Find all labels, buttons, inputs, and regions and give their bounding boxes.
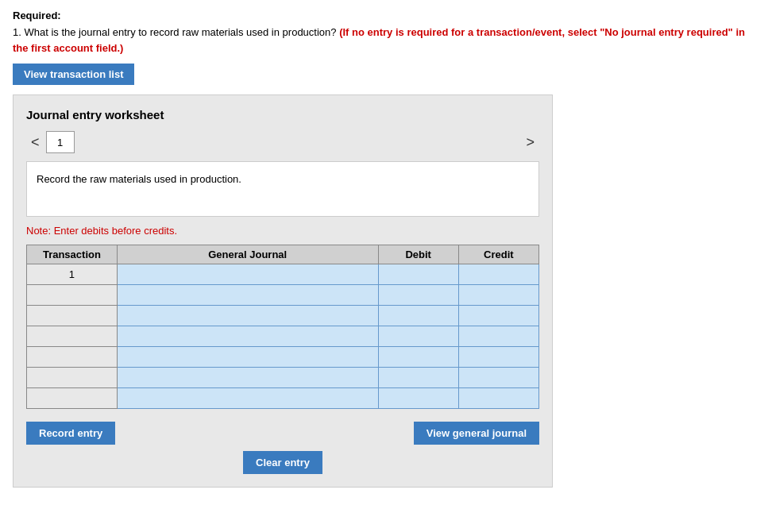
general-journal-input[interactable] — [121, 353, 375, 364]
general-journal-input[interactable] — [121, 373, 375, 384]
credit-cell[interactable] — [458, 368, 538, 388]
view-transaction-button[interactable]: View transaction list — [13, 64, 134, 85]
transaction-cell — [27, 388, 118, 409]
general-journal-cell[interactable] — [117, 388, 378, 409]
journal-table: Transaction General Journal Debit Credit… — [26, 245, 539, 409]
credit-cell[interactable] — [458, 264, 538, 285]
transaction-cell: 1 — [27, 264, 118, 285]
credit-cell[interactable] — [458, 306, 538, 326]
debit-cell[interactable] — [378, 368, 458, 388]
header-general-journal: General Journal — [117, 245, 378, 264]
credit-cell[interactable] — [458, 326, 538, 347]
table-row — [27, 368, 539, 388]
transaction-cell — [27, 347, 118, 368]
general-journal-cell[interactable] — [117, 264, 378, 285]
general-journal-input[interactable] — [121, 394, 375, 405]
debit-cell[interactable] — [378, 306, 458, 326]
next-page-button[interactable]: > — [521, 133, 539, 152]
table-row — [27, 326, 539, 347]
navigation-row: < > — [26, 131, 539, 153]
question-text: 1. What is the journal entry to record r… — [13, 25, 759, 56]
debit-cell[interactable] — [378, 388, 458, 409]
button-row-top: Record entry View general journal — [26, 422, 539, 445]
general-journal-cell[interactable] — [117, 347, 378, 368]
debit-cell[interactable] — [378, 347, 458, 368]
credit-input[interactable] — [462, 394, 535, 405]
record-entry-button[interactable]: Record entry — [26, 422, 115, 445]
debit-input[interactable] — [382, 353, 455, 364]
credit-cell[interactable] — [458, 347, 538, 368]
worksheet-title: Journal entry worksheet — [26, 108, 539, 121]
prev-page-button[interactable]: < — [26, 133, 44, 152]
header-credit: Credit — [458, 245, 538, 264]
table-row — [27, 285, 539, 306]
debit-cell[interactable] — [378, 326, 458, 347]
credit-input[interactable] — [462, 332, 535, 343]
general-journal-input[interactable] — [121, 332, 375, 343]
debit-input[interactable] — [382, 311, 455, 322]
credit-cell[interactable] — [458, 388, 538, 409]
transaction-cell — [27, 368, 118, 388]
description-box: Record the raw materials used in product… — [26, 161, 539, 217]
journal-entry-worksheet: Journal entry worksheet < > Record the r… — [13, 94, 553, 488]
table-row — [27, 306, 539, 326]
debit-cell[interactable] — [378, 285, 458, 306]
button-row-middle: Clear entry — [26, 451, 539, 474]
credit-input[interactable] — [462, 270, 535, 281]
required-label: Required: — [13, 10, 759, 21]
debit-input[interactable] — [382, 270, 455, 281]
general-journal-cell[interactable] — [117, 306, 378, 326]
debit-cell[interactable] — [378, 264, 458, 285]
table-row: 1 — [27, 264, 539, 285]
credit-cell[interactable] — [458, 285, 538, 306]
general-journal-cell[interactable] — [117, 326, 378, 347]
debit-input[interactable] — [382, 373, 455, 384]
credit-input[interactable] — [462, 353, 535, 364]
credit-input[interactable] — [462, 291, 535, 302]
general-journal-input[interactable] — [121, 270, 375, 281]
transaction-cell — [27, 326, 118, 347]
table-row — [27, 388, 539, 409]
table-row — [27, 347, 539, 368]
general-journal-cell[interactable] — [117, 285, 378, 306]
page-number-input[interactable] — [46, 131, 75, 153]
general-journal-input[interactable] — [121, 311, 375, 322]
general-journal-cell[interactable] — [117, 368, 378, 388]
general-journal-input[interactable] — [121, 291, 375, 302]
header-transaction: Transaction — [27, 245, 118, 264]
view-general-journal-button[interactable]: View general journal — [414, 422, 539, 445]
credit-input[interactable] — [462, 373, 535, 384]
note-text: Note: Enter debits before credits. — [26, 225, 539, 237]
debit-input[interactable] — [382, 291, 455, 302]
debit-input[interactable] — [382, 394, 455, 405]
debit-input[interactable] — [382, 332, 455, 343]
header-debit: Debit — [378, 245, 458, 264]
transaction-cell — [27, 306, 118, 326]
credit-input[interactable] — [462, 311, 535, 322]
transaction-cell — [27, 285, 118, 306]
clear-entry-button[interactable]: Clear entry — [243, 451, 322, 474]
